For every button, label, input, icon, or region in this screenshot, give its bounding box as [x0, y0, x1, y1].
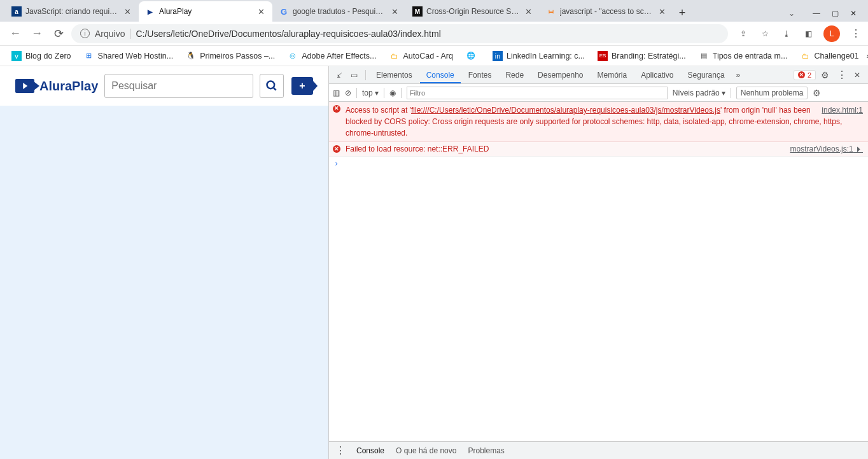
site-info-icon[interactable]: i — [80, 29, 90, 38]
search-button[interactable] — [260, 74, 284, 98]
favicon: M — [412, 6, 423, 17]
tab-3[interactable]: G google tradutos - Pesquisa G ✕ — [272, 1, 406, 22]
toolbar-right: ⇪ ☆ ⭳ ◧ L ⋮ — [732, 25, 862, 42]
drawer-menu-icon[interactable]: ⋮ — [335, 444, 345, 456]
downloads-icon[interactable]: ⭳ — [780, 29, 793, 38]
bookmark-label: Branding: Estratégi... — [612, 52, 686, 60]
bookmark-item[interactable]: 🗀Challenge01 — [795, 48, 864, 64]
bookmark-icon: in — [493, 51, 503, 61]
no-problems-badge[interactable]: Nenhum problema — [736, 87, 808, 99]
folder-icon: 🗀 — [800, 51, 810, 61]
devtools-tab-network[interactable]: Rede — [499, 67, 530, 83]
drawer-tab-problems[interactable]: Problemas — [468, 446, 504, 455]
source-link[interactable]: mostrarVideos.js:1 ⏵ — [790, 145, 864, 153]
devtools-close-icon[interactable]: ✕ — [850, 71, 864, 80]
tab-2[interactable]: ▶ AluraPlay ✕ — [139, 1, 272, 22]
devtools-tab-application[interactable]: Aplicativo — [634, 67, 680, 83]
devtools-tab-elements[interactable]: Elementos — [370, 67, 419, 83]
error-count: 2 — [808, 71, 811, 79]
bookmark-item[interactable]: 🗀AutoCad - Arq — [384, 48, 458, 64]
close-tab-icon[interactable]: ✕ — [123, 7, 132, 17]
search-input[interactable] — [105, 80, 253, 92]
context-selector[interactable]: top ▾ — [362, 88, 379, 97]
msg-text: Failed to load resource: net::ERR_FAILED — [346, 145, 489, 153]
console-error-message[interactable]: ✕ mostrarVideos.js:1 ⏵ Failed to load re… — [329, 142, 868, 157]
forward-button[interactable]: → — [28, 25, 46, 43]
bookmark-icon: ⊞ — [84, 51, 94, 61]
plus-icon: + — [299, 80, 305, 92]
bookmark-label: AutoCad - Arq — [403, 52, 453, 60]
bookmark-icon: ES — [598, 51, 608, 61]
devtools-tab-console[interactable]: Console — [420, 67, 461, 83]
back-button[interactable]: ← — [6, 25, 24, 43]
svg-line-1 — [274, 88, 276, 90]
drawer-tab-whatsnew[interactable]: O que há de novo — [396, 446, 456, 455]
bookmark-item[interactable]: 🐧Primeiros Passos –... — [181, 48, 280, 64]
profile-avatar[interactable]: L — [823, 25, 840, 42]
share-icon[interactable]: ⇪ — [737, 29, 750, 38]
devtools-tab-performance[interactable]: Desempenho — [531, 67, 589, 83]
bookmark-item[interactable]: vBlog do Zero — [6, 48, 76, 64]
tab-4[interactable]: M Cross-Origin Resource Sharin ✕ — [406, 1, 540, 22]
console-prompt[interactable]: › — [329, 157, 868, 171]
bookmark-item[interactable]: inLinkedIn Learning: c... — [487, 48, 590, 64]
console-filter-input[interactable] — [407, 87, 668, 99]
close-window-button[interactable]: ✕ — [850, 9, 857, 18]
devtools-tab-sources[interactable]: Fontes — [462, 67, 498, 83]
tab-5[interactable]: ⧦ javascript - "access to script ✕ — [540, 1, 673, 22]
menu-icon[interactable]: ⋮ — [849, 27, 862, 39]
error-count-badge[interactable]: ✕2 — [794, 70, 816, 80]
device-icon[interactable]: ▭ — [347, 71, 361, 80]
console-error-message[interactable]: ✕ index.html:1 Access to script at 'file… — [329, 102, 868, 142]
favicon: G — [279, 6, 289, 17]
devtools-panel: ⭹ ▭ Elementos Console Fontes Rede Desemp… — [328, 66, 868, 459]
bookmark-label: Challenge01 — [814, 52, 858, 60]
maximize-button[interactable]: ▢ — [832, 9, 839, 18]
close-tab-icon[interactable]: ✕ — [524, 7, 533, 17]
folder-icon: 🗀 — [389, 51, 399, 61]
star-icon[interactable]: ☆ — [759, 29, 771, 38]
bookmark-item[interactable]: ESBranding: Estratégi... — [592, 48, 691, 64]
sidepanel-icon[interactable]: ◧ — [802, 29, 815, 38]
reload-button[interactable]: ⟳ — [50, 25, 67, 43]
settings-icon[interactable]: ⚙ — [817, 70, 833, 80]
bookmark-icon: v — [11, 51, 22, 61]
minimize-button[interactable]: — — [813, 9, 820, 18]
drawer-tab-console[interactable]: Console — [356, 446, 384, 455]
msg-file-link[interactable]: file:///C:/Users/letic/OneDrive/Document… — [411, 106, 720, 115]
log-level-selector[interactable]: Níveis padrão ▾ — [673, 88, 725, 97]
devtools-drawer-tabs: ⋮ Console O que há de novo Problemas — [329, 441, 868, 459]
bookmark-item[interactable]: ▤Tipos de entrada m... — [694, 48, 793, 64]
eye-icon[interactable]: ◉ — [389, 88, 396, 97]
bookmark-label: Tipos de entrada m... — [713, 52, 788, 60]
console-toolbar: ▥ ⊘ top ▾ ◉ Níveis padrão ▾ Nenhum probl… — [329, 84, 868, 102]
devtools-tab-memory[interactable]: Memória — [591, 67, 634, 83]
omnibox[interactable]: i Arquivo C:/Users/letic/OneDrive/Docume… — [71, 24, 728, 43]
bookmark-item[interactable]: 🌐 — [461, 48, 485, 64]
more-tabs-icon[interactable]: » — [732, 71, 745, 80]
console-settings-icon[interactable]: ⚙ — [813, 88, 821, 98]
bookmark-label: Adobe After Effects... — [302, 52, 376, 60]
devtools-menu-icon[interactable]: ⋮ — [834, 69, 849, 81]
sidebar-toggle-icon[interactable]: ▥ — [333, 88, 340, 97]
devtools-tab-security[interactable]: Segurança — [682, 67, 731, 83]
close-tab-icon[interactable]: ✕ — [657, 7, 667, 17]
bookmark-label: Blog do Zero — [25, 52, 71, 60]
new-tab-button[interactable]: + — [673, 4, 691, 22]
logo[interactable]: AluraPlay — [15, 79, 98, 94]
clear-console-icon[interactable]: ⊘ — [345, 88, 351, 97]
bookmark-label: Primeiros Passos –... — [200, 52, 275, 60]
inspect-icon[interactable]: ⭹ — [333, 71, 346, 80]
logo-text: AluraPlay — [39, 79, 98, 94]
bookmark-item[interactable]: ⊞Shared Web Hostin... — [79, 48, 179, 64]
tab-1[interactable]: a JavaScript: criando requisições ✕ — [5, 1, 139, 22]
chevron-down-icon[interactable]: ⌄ — [788, 9, 795, 18]
bookmark-item[interactable]: ◎Adobe After Effects... — [283, 48, 381, 64]
close-tab-icon[interactable]: ✕ — [256, 7, 266, 17]
page-header: AluraPlay + — [0, 66, 328, 106]
browser-titlebar: a JavaScript: criando requisições ✕ ▶ Al… — [0, 0, 868, 22]
source-link[interactable]: index.html:1 — [822, 104, 863, 116]
close-tab-icon[interactable]: ✕ — [390, 7, 400, 17]
add-video-button[interactable]: + — [291, 77, 313, 95]
address-url: C:/Users/letic/OneDrive/Documentos/alura… — [136, 29, 440, 39]
